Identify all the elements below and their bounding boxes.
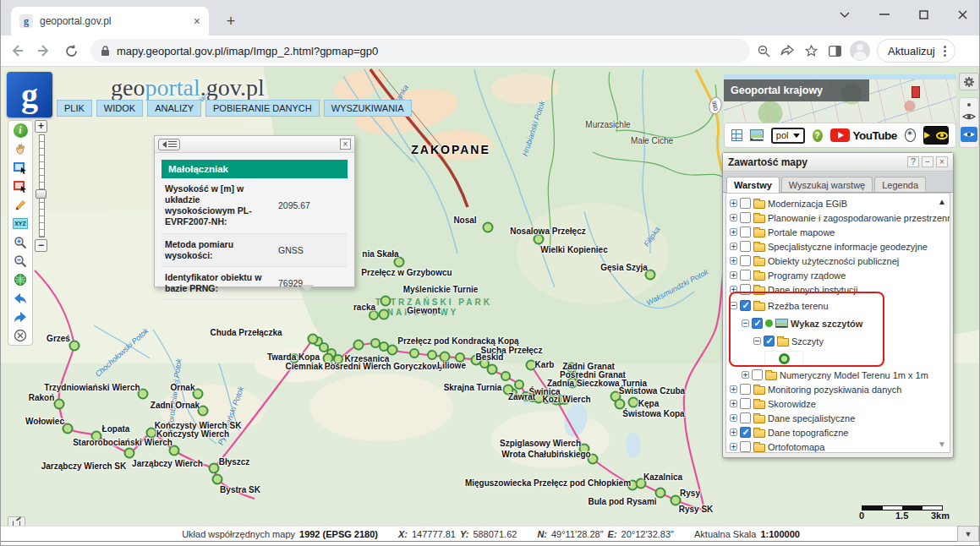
layer-label[interactable]: Planowanie i zagospodarowanie przestrzen… xyxy=(768,213,950,223)
forward-icon[interactable] xyxy=(33,40,55,62)
share-icon[interactable] xyxy=(777,41,797,61)
tree-expander-icon[interactable]: − xyxy=(742,319,749,327)
peak-marker[interactable] xyxy=(308,334,319,345)
peak-marker[interactable] xyxy=(501,371,511,381)
layer-checkbox[interactable] xyxy=(740,227,751,238)
bookmark-star-icon[interactable] xyxy=(801,41,821,61)
panel-tab[interactable]: Warstwy xyxy=(726,177,780,193)
eye-icon[interactable] xyxy=(962,112,976,121)
peak-marker[interactable] xyxy=(212,474,223,485)
panel-minimize-button[interactable]: − xyxy=(922,156,933,167)
tree-expander-icon[interactable]: + xyxy=(730,214,737,221)
peak-marker[interactable] xyxy=(69,341,80,352)
help-icon[interactable]: ? xyxy=(813,129,823,142)
layer-checkbox[interactable] xyxy=(740,270,751,281)
zoom-in-icon[interactable] xyxy=(11,235,30,249)
tree-expander-icon[interactable]: + xyxy=(730,271,737,279)
layer-grid-icon[interactable] xyxy=(731,129,742,141)
panel-tab[interactable]: Wyszukaj warstwę xyxy=(781,177,873,192)
layer-label[interactable]: Rzeźba terenu xyxy=(768,301,829,311)
collapse-statusbar-button[interactable]: ▼ xyxy=(957,526,979,542)
peak-marker[interactable] xyxy=(487,364,498,375)
side-panel-icon[interactable] xyxy=(824,41,845,61)
peak-marker[interactable] xyxy=(209,463,220,474)
geoportal-logo[interactable]: g xyxy=(7,72,52,117)
peak-marker[interactable] xyxy=(483,222,494,233)
tree-expander-icon[interactable]: + xyxy=(730,286,737,293)
tree-expander-icon[interactable]: + xyxy=(730,385,737,393)
layer-label[interactable]: Wykaz szczytów xyxy=(791,319,862,329)
window-chevron-button[interactable] xyxy=(832,3,857,25)
layer-label[interactable]: Monitoring pozyskiwania danych xyxy=(768,385,901,395)
accessibility-icon[interactable] xyxy=(905,128,916,142)
language-select[interactable]: pol xyxy=(771,128,805,144)
peak-marker[interactable] xyxy=(628,397,639,408)
peak-marker[interactable] xyxy=(379,309,390,320)
zoom-out-button[interactable]: − xyxy=(35,239,47,252)
tree-expander-icon[interactable]: + xyxy=(730,443,737,450)
reload-icon[interactable] xyxy=(60,40,82,62)
peak-marker[interactable] xyxy=(427,350,437,360)
layer-label[interactable]: Obiekty użyteczności publicznej xyxy=(768,256,899,266)
layer-label[interactable]: Portale mapowe xyxy=(768,227,835,238)
popup-close-button[interactable]: × xyxy=(340,139,351,150)
peak-marker[interactable] xyxy=(514,379,524,390)
panel-close-button[interactable]: × xyxy=(936,156,948,167)
layer-label[interactable]: Szczyty xyxy=(791,336,824,347)
full-extent-globe-icon[interactable] xyxy=(11,272,30,287)
layer-label[interactable]: Ortofotomapa xyxy=(768,442,824,452)
window-maximize-button[interactable] xyxy=(911,3,936,25)
tab-close-icon[interactable]: × xyxy=(194,14,200,28)
tree-expander-icon[interactable]: + xyxy=(730,414,737,422)
zoom-track[interactable] xyxy=(39,134,45,238)
tree-expander-icon[interactable]: + xyxy=(730,429,737,436)
update-chrome-button[interactable]: Aktualizuj xyxy=(877,39,955,63)
profile-avatar[interactable] xyxy=(850,41,870,61)
high-contrast-button[interactable] xyxy=(923,126,949,145)
tree-expander-icon[interactable]: − xyxy=(753,337,761,345)
menu-item[interactable]: WIDOK xyxy=(96,100,143,117)
peak-marker[interactable] xyxy=(124,448,135,459)
tree-expander-icon[interactable]: + xyxy=(730,228,737,236)
layer-checkbox[interactable] xyxy=(740,198,751,209)
layer-label[interactable]: Specjalistyczne informacje geodezyjne xyxy=(768,242,928,252)
scroll-up-arrow[interactable]: ▲ xyxy=(938,197,946,206)
draw-pencil-icon[interactable] xyxy=(11,198,30,212)
layer-checkbox[interactable] xyxy=(740,427,751,438)
layer-label[interactable]: Dane topograficzne xyxy=(768,428,848,438)
layer-label[interactable]: Modernizacja EGiB xyxy=(768,199,847,209)
window-minimize-button[interactable] xyxy=(872,3,897,25)
layer-checkbox[interactable] xyxy=(740,384,751,395)
layer-checkbox[interactable] xyxy=(740,412,751,423)
results-list-button[interactable] xyxy=(158,139,180,150)
window-close-button[interactable] xyxy=(950,3,975,25)
tree-expander-icon[interactable]: + xyxy=(730,199,737,207)
url-text[interactable]: mapy.geoportal.gov.pl/imap/Imgp_2.html?g… xyxy=(117,45,378,57)
peak-marker[interactable] xyxy=(54,399,65,410)
layer-label[interactable]: Dane specjalistyczne xyxy=(768,413,855,423)
zoom-in-button[interactable]: + xyxy=(35,120,47,133)
youtube-button[interactable]: YouTube xyxy=(830,128,897,142)
tree-expander-icon[interactable]: + xyxy=(730,400,737,407)
zoom-out-page-icon[interactable] xyxy=(753,41,774,61)
layer-checkbox[interactable] xyxy=(740,241,751,252)
tree-expander-icon[interactable]: + xyxy=(730,243,737,250)
browser-tab[interactable]: g geoportal.gov.pl × xyxy=(11,7,209,35)
previous-view-icon[interactable] xyxy=(11,291,30,305)
next-view-icon[interactable] xyxy=(11,309,30,324)
layer-checkbox[interactable] xyxy=(752,318,763,329)
layer-checkbox[interactable] xyxy=(752,369,763,380)
menu-item[interactable]: POBIERANIE DANYCH xyxy=(205,100,320,117)
peak-marker[interactable] xyxy=(369,310,379,320)
zoom-handle[interactable] xyxy=(36,189,47,199)
peak-marker[interactable] xyxy=(381,296,391,307)
new-tab-button[interactable]: + xyxy=(221,12,241,32)
layer-checkbox[interactable] xyxy=(740,441,751,452)
zoom-out-icon[interactable] xyxy=(11,254,30,268)
scroll-down-arrow[interactable]: ▼ xyxy=(938,440,946,449)
eye-active-button[interactable] xyxy=(961,127,977,142)
select-rectangle-icon[interactable] xyxy=(11,161,30,175)
settings-button[interactable] xyxy=(959,73,979,90)
opacity-dot-icon[interactable] xyxy=(967,103,971,106)
layer-label[interactable]: Skorowidze xyxy=(768,399,816,409)
